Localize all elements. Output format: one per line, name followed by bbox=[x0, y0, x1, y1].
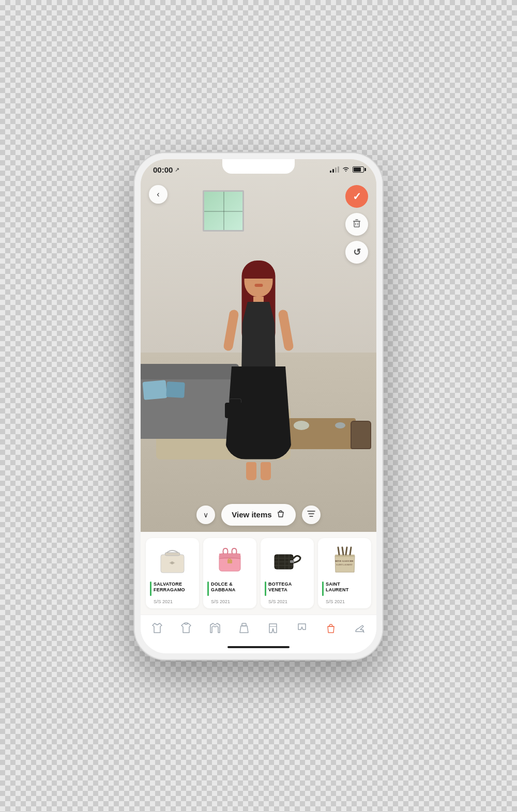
product-brand-3: SAINT LAURENT bbox=[326, 581, 348, 593]
sweater-icon bbox=[179, 621, 193, 635]
category-tab-shoes[interactable] bbox=[350, 619, 370, 637]
category-tab-bags[interactable] bbox=[321, 619, 341, 637]
category-tab-pants[interactable] bbox=[263, 619, 283, 637]
svg-text:RIVE GAUCHE: RIVE GAUCHE bbox=[335, 560, 354, 562]
brand-accent-2 bbox=[265, 581, 266, 596]
avatar-container bbox=[217, 263, 300, 480]
product-image-3: RIVE GAUCHE SAINT LAURENT bbox=[327, 542, 363, 578]
svg-rect-13 bbox=[227, 560, 232, 563]
brand-accent-3 bbox=[322, 581, 324, 596]
avatar-scene: ‹ ✓ bbox=[141, 159, 376, 532]
svg-rect-0 bbox=[354, 221, 359, 227]
confirm-button[interactable]: ✓ bbox=[345, 185, 368, 208]
notch bbox=[222, 159, 295, 174]
svg-point-10 bbox=[171, 562, 174, 564]
shopping-bag-icon bbox=[276, 509, 285, 520]
status-time: 00:00 bbox=[153, 165, 173, 174]
product-season-2: S/S 2021 bbox=[265, 599, 310, 604]
product-brand-0: SALVATORE FERRAGAMO bbox=[154, 581, 185, 593]
heels-icon bbox=[353, 621, 367, 635]
skirt-icon bbox=[237, 621, 251, 635]
category-tabs bbox=[141, 615, 376, 643]
product-season-1: S/S 2021 bbox=[207, 599, 252, 604]
product-image-0 bbox=[155, 542, 191, 578]
jacket-icon bbox=[208, 621, 222, 635]
filter-button[interactable] bbox=[302, 505, 321, 524]
chevron-down-icon: ∨ bbox=[203, 511, 208, 519]
location-icon: ↗ bbox=[175, 166, 179, 173]
delete-button[interactable] bbox=[345, 213, 368, 236]
window bbox=[203, 190, 244, 232]
product-image-2 bbox=[269, 542, 306, 578]
brand-accent-0 bbox=[150, 581, 151, 596]
svg-rect-21 bbox=[290, 560, 294, 563]
filter-icon bbox=[307, 510, 316, 519]
battery-icon bbox=[353, 166, 364, 173]
category-tab-tops[interactable] bbox=[147, 619, 167, 637]
tops-icon bbox=[150, 621, 164, 635]
avatar-figure bbox=[217, 263, 300, 480]
product-card-3[interactable]: RIVE GAUCHE SAINT LAURENT SAINT LAURENT … bbox=[318, 538, 371, 608]
product-brand-bar-0: SALVATORE FERRAGAMO bbox=[150, 581, 195, 596]
product-card-2[interactable]: BOTTEGA VENETA S/S 2021 bbox=[261, 538, 314, 608]
back-button[interactable]: ‹ bbox=[149, 185, 168, 204]
product-card-0[interactable]: SALVATORE FERRAGAMO S/S 2021 bbox=[146, 538, 199, 608]
reset-button[interactable]: ↺ bbox=[345, 241, 368, 264]
category-tab-outerwear[interactable] bbox=[205, 619, 225, 637]
product-image-1 bbox=[212, 542, 248, 578]
back-icon: ‹ bbox=[157, 190, 159, 199]
bag-sf-svg bbox=[156, 543, 189, 577]
svg-line-29 bbox=[363, 630, 364, 633]
barrel bbox=[351, 421, 371, 449]
signal-icon bbox=[330, 166, 339, 173]
scene-bottom-bar: ∨ View items bbox=[141, 498, 376, 532]
pants-icon bbox=[266, 621, 280, 635]
phone-frame: 00:00 ↗ bbox=[134, 153, 383, 660]
check-icon: ✓ bbox=[353, 190, 361, 203]
trash-icon bbox=[352, 219, 361, 230]
product-card-1[interactable]: DOLCE & GABBANA S/S 2021 bbox=[203, 538, 256, 608]
product-season-0: S/S 2021 bbox=[150, 599, 195, 604]
wifi-icon bbox=[342, 166, 350, 174]
expand-button[interactable]: ∨ bbox=[196, 505, 215, 524]
phone-screen: 00:00 ↗ bbox=[141, 159, 376, 653]
products-section: SALVATORE FERRAGAMO S/S 2021 bbox=[141, 532, 376, 615]
brand-accent-1 bbox=[207, 581, 209, 596]
product-season-3: S/S 2021 bbox=[322, 599, 367, 604]
avatar-arm-left bbox=[223, 309, 239, 351]
view-items-label: View items bbox=[232, 510, 271, 519]
view-items-button[interactable]: View items bbox=[221, 504, 295, 526]
avatar-arm-right bbox=[278, 309, 294, 351]
category-tab-shorts[interactable] bbox=[292, 619, 312, 637]
action-buttons: ✓ ↺ bbox=[345, 185, 368, 264]
avatar-feet bbox=[246, 462, 271, 480]
product-brand-1: DOLCE & GABBANA bbox=[211, 581, 235, 593]
product-brand-2: BOTTEGA VENETA bbox=[268, 581, 292, 593]
home-bar bbox=[227, 646, 290, 648]
shorts-icon bbox=[295, 621, 309, 635]
avatar-hair-front bbox=[245, 263, 273, 279]
category-tab-skirts[interactable] bbox=[234, 619, 254, 637]
product-brand-bar-2: BOTTEGA VENETA bbox=[265, 581, 310, 596]
product-brand-bar-1: DOLCE & GABBANA bbox=[207, 581, 252, 596]
home-indicator-area bbox=[141, 643, 376, 653]
reset-icon: ↺ bbox=[353, 247, 361, 258]
bag-bv-svg bbox=[270, 543, 304, 577]
bag-sl-svg: RIVE GAUCHE SAINT LAURENT bbox=[328, 543, 361, 577]
bag-dg-svg bbox=[213, 543, 247, 577]
svg-rect-22 bbox=[335, 555, 355, 557]
avatar-handbag bbox=[225, 403, 246, 418]
bag-icon bbox=[324, 621, 338, 635]
product-brand-bar-3: SAINT LAURENT bbox=[322, 581, 367, 596]
svg-text:SAINT LAURENT: SAINT LAURENT bbox=[336, 563, 353, 566]
status-icons bbox=[330, 166, 364, 174]
category-tab-sweaters[interactable] bbox=[176, 619, 196, 637]
